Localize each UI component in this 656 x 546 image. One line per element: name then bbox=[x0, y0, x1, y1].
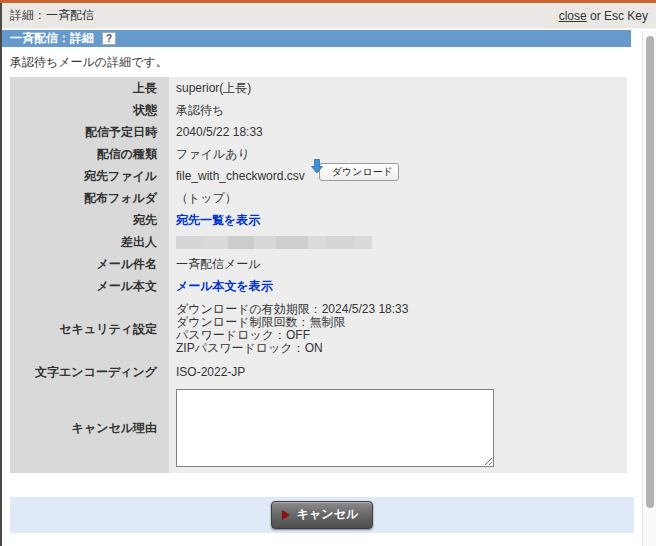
mail-body-value: メール本文を表示 bbox=[169, 275, 627, 297]
row-encoding: 文字エンコーディング ISO-2022-JP bbox=[10, 361, 627, 383]
dialog-frame: 詳細：一斉配信 close or Esc Key 一斉配信：詳細 ? 承認待ちメ… bbox=[0, 3, 656, 546]
row-recipient-file: 宛先ファイル file_with_checkword.csv ダウンロード bbox=[10, 165, 627, 187]
recipient-file-name: file_with_checkword.csv bbox=[176, 169, 305, 183]
recipient-file-value: file_with_checkword.csv ダウンロード bbox=[169, 165, 627, 187]
detail-table: 上長 superior(上長) 状態 承認待ち 配信予定日時 2040/5/22… bbox=[10, 77, 627, 473]
show-recipients-link[interactable]: 宛先一覧を表示 bbox=[176, 212, 260, 229]
scrollbar-thumb[interactable] bbox=[646, 36, 654, 508]
close-hint: or Esc Key bbox=[587, 9, 648, 23]
recipients-value: 宛先一覧を表示 bbox=[169, 209, 627, 231]
row-sender: 差出人 bbox=[10, 231, 627, 253]
show-mail-body-link[interactable]: メール本文を表示 bbox=[176, 278, 273, 295]
cancel-reason-textarea[interactable] bbox=[176, 389, 494, 467]
row-cancel-reason: キャンセル理由 bbox=[10, 383, 627, 473]
panel-header: 一斉配信：詳細 ? bbox=[2, 30, 631, 47]
download-arrow-icon bbox=[311, 159, 323, 177]
cancel-button[interactable]: キャンセル bbox=[271, 501, 373, 529]
security-value: ダウンロードの有効期限：2024/5/23 18:33 ダウンロード制限回数：無… bbox=[169, 297, 627, 361]
cancel-reason-value bbox=[169, 383, 627, 473]
sender-redacted-blur bbox=[176, 236, 372, 249]
window-title: 詳細：一斉配信 bbox=[10, 7, 94, 24]
cancel-reason-label: キャンセル理由 bbox=[10, 383, 169, 473]
row-superior: 上長 superior(上長) bbox=[10, 77, 627, 99]
scheduled-datetime-label: 配信予定日時 bbox=[10, 121, 169, 143]
close-area: close or Esc Key bbox=[559, 9, 648, 23]
delivery-type-value: ファイルあり bbox=[169, 143, 627, 165]
security-line-zip-password-lock: ZIPパスワードロック：ON bbox=[176, 342, 627, 355]
sender-value bbox=[169, 231, 627, 253]
intro-text: 承認待ちメールの詳細です。 bbox=[2, 47, 656, 77]
recipient-file-label: 宛先ファイル bbox=[10, 165, 169, 187]
download-button[interactable]: ダウンロード bbox=[319, 163, 399, 181]
row-status: 状態 承認待ち bbox=[10, 99, 627, 121]
scrollbar[interactable] bbox=[642, 31, 656, 546]
footer-band: キャンセル bbox=[10, 497, 634, 533]
row-recipients: 宛先 宛先一覧を表示 bbox=[10, 209, 627, 231]
distribution-folder-label: 配布フォルダ bbox=[10, 187, 169, 209]
row-subject: メール件名 一斉配信メール bbox=[10, 253, 627, 275]
help-icon[interactable]: ? bbox=[102, 32, 116, 45]
row-scheduled-datetime: 配信予定日時 2040/5/22 18:33 bbox=[10, 121, 627, 143]
mail-body-label: メール本文 bbox=[10, 275, 169, 297]
status-value: 承認待ち bbox=[169, 99, 627, 121]
window-titlebar: 詳細：一斉配信 close or Esc Key bbox=[2, 3, 656, 29]
row-distribution-folder: 配布フォルダ （トップ） bbox=[10, 187, 627, 209]
distribution-folder-value: （トップ） bbox=[169, 187, 627, 209]
download-button-wrap: ダウンロード bbox=[319, 163, 399, 181]
sender-label: 差出人 bbox=[10, 231, 169, 253]
row-security: セキュリティ設定 ダウンロードの有効期限：2024/5/23 18:33 ダウン… bbox=[10, 297, 627, 361]
superior-value: superior(上長) bbox=[169, 77, 627, 99]
subject-value: 一斉配信メール bbox=[169, 253, 627, 275]
superior-label: 上長 bbox=[10, 77, 169, 99]
close-link[interactable]: close bbox=[559, 9, 587, 23]
security-label: セキュリティ設定 bbox=[10, 297, 169, 361]
cancel-button-label: キャンセル bbox=[297, 506, 358, 523]
panel-title: 一斉配信：詳細 bbox=[10, 30, 94, 47]
status-label: 状態 bbox=[10, 99, 169, 121]
delivery-type-label: 配信の種類 bbox=[10, 143, 169, 165]
encoding-value: ISO-2022-JP bbox=[169, 361, 627, 383]
subject-label: メール件名 bbox=[10, 253, 169, 275]
scheduled-datetime-value: 2040/5/22 18:33 bbox=[169, 121, 627, 143]
triangle-icon bbox=[282, 510, 290, 520]
row-mail-body: メール本文 メール本文を表示 bbox=[10, 275, 627, 297]
recipients-label: 宛先 bbox=[10, 209, 169, 231]
encoding-label: 文字エンコーディング bbox=[10, 361, 169, 383]
